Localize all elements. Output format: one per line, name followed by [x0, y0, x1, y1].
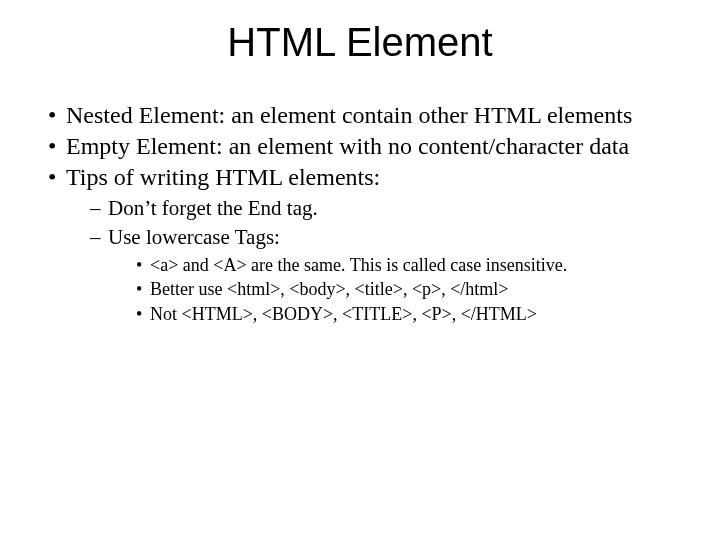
bullet-list-level2: Don’t forget the End tag. Use lowercase …	[66, 195, 688, 325]
bullet-text: Tips of writing HTML elements:	[66, 164, 380, 190]
bullet-text: Not <HTML>, <BODY>, <TITLE>, <P>, </HTML…	[150, 304, 537, 324]
list-item: Not <HTML>, <BODY>, <TITLE>, <P>, </HTML…	[136, 303, 688, 326]
list-item: <a> and <A> are the same. This is called…	[136, 254, 688, 277]
list-item: Use lowercase Tags: <a> and <A> are the …	[90, 224, 688, 326]
list-item: Tips of writing HTML elements: Don’t for…	[48, 163, 688, 326]
list-item: Don’t forget the End tag.	[90, 195, 688, 221]
slide-title: HTML Element	[32, 20, 688, 65]
bullet-text: Use lowercase Tags:	[108, 225, 280, 249]
bullet-text: Don’t forget the End tag.	[108, 196, 318, 220]
list-item: Nested Element: an element contain other…	[48, 101, 688, 130]
bullet-text: Empty Element: an element with no conten…	[66, 133, 629, 159]
bullet-text: Nested Element: an element contain other…	[66, 102, 632, 128]
list-item: Better use <html>, <body>, <title>, <p>,…	[136, 278, 688, 301]
slide: HTML Element Nested Element: an element …	[0, 0, 720, 540]
bullet-list-level3: <a> and <A> are the same. This is called…	[108, 254, 688, 326]
bullet-text: <a> and <A> are the same. This is called…	[150, 255, 567, 275]
bullet-text: Better use <html>, <body>, <title>, <p>,…	[150, 279, 509, 299]
list-item: Empty Element: an element with no conten…	[48, 132, 688, 161]
bullet-list-level1: Nested Element: an element contain other…	[32, 101, 688, 325]
